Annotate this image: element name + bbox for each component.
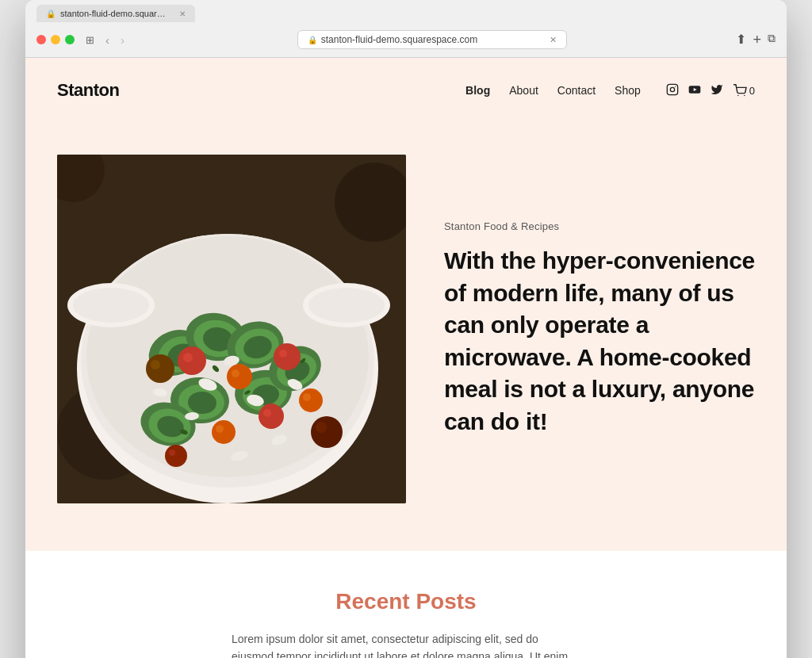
recent-posts-title: Recent Posts — [57, 589, 755, 614]
svg-point-51 — [169, 450, 175, 456]
svg-point-46 — [212, 420, 236, 444]
svg-point-68 — [146, 354, 174, 383]
svg-point-48 — [259, 404, 284, 429]
hero-headline: With the hyper-convenience of modern lif… — [444, 245, 755, 438]
svg-point-67 — [316, 422, 327, 433]
close-button[interactable] — [36, 35, 46, 44]
tab-title: stanton-fluid-demo.squarespace.com — [60, 9, 170, 18]
hero-text: Stanton Food & Recipes With the hyper-co… — [444, 220, 755, 438]
youtube-icon[interactable] — [688, 83, 701, 98]
hero-section: Stanton Food & Recipes With the hyper-co… — [25, 123, 787, 551]
svg-point-66 — [311, 416, 343, 448]
nav-contact[interactable]: Contact — [557, 84, 596, 97]
address-bar-container: 🔒 stanton-fluid-demo.squarespace.com ✕ — [136, 30, 728, 49]
svg-point-42 — [227, 364, 252, 389]
nav-about[interactable]: About — [509, 84, 538, 97]
svg-point-50 — [165, 445, 187, 467]
svg-point-45 — [279, 350, 287, 358]
svg-point-69 — [151, 360, 160, 369]
recent-section: Recent Posts Lorem ipsum dolor sit amet,… — [25, 551, 787, 658]
tabs-row: 🔒 stanton-fluid-demo.squarespace.com ✕ — [25, 0, 787, 22]
svg-point-44 — [274, 343, 301, 370]
address-bar[interactable]: 🔒 stanton-fluid-demo.squarespace.com ✕ — [297, 30, 567, 49]
recent-posts-body: Lorem ipsum dolor sit amet, consectetur … — [232, 630, 580, 658]
hero-image — [57, 155, 406, 503]
svg-point-41 — [183, 353, 193, 362]
svg-point-53 — [303, 393, 311, 401]
back-button[interactable]: ‹ — [102, 32, 113, 48]
traffic-lights — [36, 35, 75, 44]
forward-button[interactable]: › — [117, 32, 128, 48]
browser-tab[interactable]: 🔒 stanton-fluid-demo.squarespace.com ✕ — [36, 5, 195, 22]
new-tab-button[interactable]: + — [753, 32, 761, 48]
browser-controls: ⊞ ‹ › — [82, 32, 128, 48]
svg-rect-0 — [667, 84, 677, 94]
sidebar-toggle-button[interactable]: ⊞ — [82, 33, 98, 48]
svg-point-40 — [178, 346, 206, 375]
instagram-icon[interactable] — [666, 83, 679, 98]
site-header: Stanton Blog About Contact Shop — [25, 58, 787, 123]
browser-window: 🔒 stanton-fluid-demo.squarespace.com ✕ ⊞… — [25, 0, 787, 658]
svg-point-18 — [308, 288, 385, 323]
browser-actions: ⬆ + ⧉ — [736, 32, 776, 48]
cart-count: 0 — [749, 85, 755, 97]
svg-point-47 — [216, 425, 224, 433]
tab-close-x[interactable]: ✕ — [550, 35, 557, 45]
twitter-icon[interactable] — [710, 83, 723, 98]
svg-point-43 — [232, 369, 239, 377]
blog-category: Stanton Food & Recipes — [444, 220, 755, 232]
svg-point-1 — [670, 87, 674, 91]
site-logo[interactable]: Stanton — [57, 80, 119, 101]
social-icons: 0 — [666, 83, 755, 98]
site-content: Stanton Blog About Contact Shop — [25, 58, 787, 658]
svg-point-49 — [263, 409, 271, 417]
nav-shop[interactable]: Shop — [615, 84, 641, 97]
url-text: stanton-fluid-demo.squarespace.com — [321, 34, 477, 45]
svg-point-6 — [744, 95, 745, 96]
nav-blog[interactable]: Blog — [465, 84, 490, 97]
svg-point-16 — [73, 288, 149, 323]
svg-point-52 — [299, 388, 323, 412]
share-button[interactable]: ⬆ — [736, 32, 746, 48]
svg-point-2 — [675, 86, 676, 86]
browser-chrome: ⊞ ‹ › 🔒 stanton-fluid-demo.squarespace.c… — [25, 22, 787, 58]
tab-favicon: 🔒 — [46, 10, 56, 18]
svg-point-5 — [737, 95, 738, 96]
tab-close-button[interactable]: ✕ — [179, 10, 186, 18]
tabs-overview-button[interactable]: ⧉ — [768, 32, 776, 48]
minimize-button[interactable] — [51, 35, 60, 44]
site-nav: Blog About Contact Shop — [465, 83, 755, 98]
cart-icon[interactable]: 0 — [733, 84, 755, 97]
lock-icon: 🔒 — [308, 36, 317, 44]
maximize-button[interactable] — [65, 35, 75, 44]
